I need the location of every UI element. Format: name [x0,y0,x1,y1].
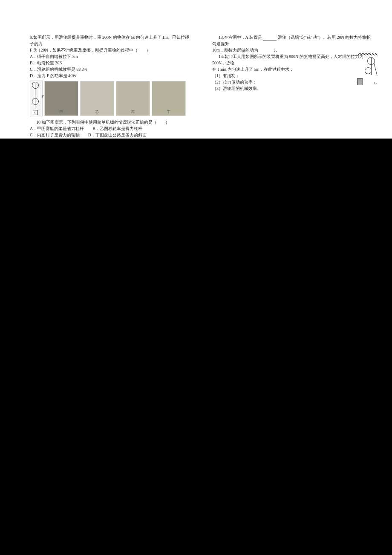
fixed-pulley-icon [32,82,39,89]
q13-text-1a: 13.在右图中，A 装置是 [219,35,262,40]
image-rowing-oar: 甲 [44,81,78,116]
weight-box: G [33,110,38,115]
q10-option-b: B．乙图独轮车是费力杠杆 [92,126,142,131]
q9-option-d: D．拉力 F 的功率是 40W [30,72,192,79]
q14-line2: 在 1min 内匀速上升了 5m，在此过程中求： [212,66,374,72]
image-pliers: 丙 [116,81,150,116]
rope-line [371,58,372,75]
rope-line [368,58,368,73]
image-caption: 甲 [60,110,63,115]
q10-option-a: A．甲图赛艇的桨是省力杠杆 [30,126,84,131]
q9-stem-line1: 9.如图所示，用滑轮组提升重物时，重 200N 的物体在 5s 内匀速上升了 1… [30,34,192,47]
moving-pulley-icon [32,98,39,105]
moving-pulley-icon [365,67,372,74]
image-caption: 丙 [131,110,135,115]
image-caption: 丁 [167,110,170,115]
q10-options-row1: A．甲图赛艇的桨是省力杠杆 B．乙图独轮车是费力杠杆 [30,125,192,132]
q9-option-b: B．动滑轮重 20N [30,60,192,66]
weight-label: G [374,81,377,86]
right-column: 13.在右图中，A 装置是 滑轮（选填"定"或"动"）。若用 20N 的拉力将旗… [212,34,374,139]
image-mountain-road: 丁 [152,81,186,116]
q14-sub3: （3）滑轮组的机械效率。 [212,85,374,92]
worksheet-page: 9.如图所示，用滑轮组提升重物时，重 200N 的物体在 5s 内匀速上升了 1… [0,0,392,139]
spacer [212,92,374,139]
q14-pulley-diagram: G [355,53,378,87]
q9-pulley-diagram: G F [30,81,43,116]
q9-q10-images-row: G F 甲 乙 丙 丁 [30,81,192,116]
q9-option-a: A．绳子自由端被拉下 3m [30,53,192,60]
q14-sub1: （1）有用功； [212,72,374,79]
q11-stem-partial: 11.如左图所示，定滑轮重 1N，动滑轮重 1N。物体 A 在拉力 F 的作用下… [30,138,192,139]
q9-option-c: C．滑轮组的机械效率是 83.3% [30,66,192,72]
rope-line [374,63,377,75]
rope-line-2 [39,89,39,101]
two-column-layout: 9.如图所示，用滑轮组提升重物时，重 200N 的物体在 5s 内匀速上升了 1… [30,34,379,139]
weight-box [357,78,363,85]
q13-line1: 13.在右图中，A 装置是 滑轮（选填"定"或"动"）。若用 20N 的拉力将旗… [212,34,374,47]
q13-text-2a: 10m，则拉力所做的功为 [212,48,258,52]
left-column: 9.如图所示，用滑轮组提升重物时，重 200N 的物体在 5s 内匀速上升了 1… [30,34,192,139]
q10-option-c: C．丙图钳子是费力的轮轴 [30,133,80,137]
q13-line2: 10m，则拉力所做的功为 J。 [212,47,374,53]
q13-text-2b: J。 [274,48,280,52]
q9-stem-line2: F 为 120N，如果不计绳重及摩擦，则提升重物的过程中（ ） [30,47,192,53]
q13-blank-1 [263,36,277,40]
q13-blank-2 [259,49,273,53]
q14-line1: 14.装卸工人用如图所示的装置将重为 800N 的货物提至高处，人对绳的拉力为 … [212,53,374,66]
q10-stem: 10.如下图所示，下列实例中使用简单机械的情况说法正确的是（ ） [30,119,192,125]
cutoff-region [0,139,392,555]
image-caption: 乙 [95,110,99,115]
image-wheelbarrow: 乙 [80,81,114,116]
ceiling-hatch [358,53,378,55]
force-label: F [42,95,44,100]
q14-sub2: （2）拉力做功的功率； [212,79,374,85]
q10-option-d: D．丁图盘山公路是省力的斜面 [88,133,147,137]
q10-options-row2: C．丙图钳子是费力的轮轴 D．丁图盘山公路是省力的斜面 [30,132,192,138]
